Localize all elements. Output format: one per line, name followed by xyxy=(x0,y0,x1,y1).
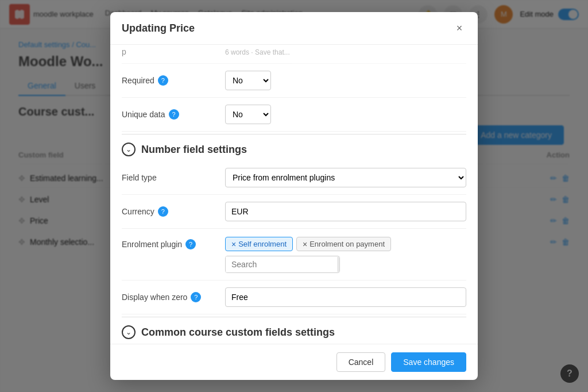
tag-remove-enrolment-on-payment[interactable]: × xyxy=(303,240,307,248)
close-icon[interactable]: × xyxy=(452,21,466,35)
cancel-button[interactable]: Cancel xyxy=(336,352,386,372)
unique-data-select[interactable]: No Yes xyxy=(225,105,271,124)
common-fields-section-header: ⌄ Common course custom fields settings xyxy=(122,317,466,344)
collapse-icon-common[interactable]: ⌄ xyxy=(122,325,136,339)
currency-input[interactable] xyxy=(225,202,466,221)
modal-body: p 6 words · Save that... Required ? No Y… xyxy=(110,45,478,344)
tags-container: × Self enrolment × Enrolment on payment xyxy=(225,237,466,251)
enrolment-plugin-row: Enrolment plugin ? × Self enrolment × En… xyxy=(122,229,466,280)
partial-label: p xyxy=(122,47,225,56)
unique-data-help-icon[interactable]: ? xyxy=(169,109,179,120)
number-field-section-header: ⌄ Number field settings xyxy=(122,134,466,161)
modal-overlay: Updating Price × p 6 words · Save that..… xyxy=(0,0,588,392)
field-type-control: Price from enrolment plugins Number xyxy=(225,168,466,187)
modal-dialog: Updating Price × p 6 words · Save that..… xyxy=(110,12,478,380)
tag-remove-self-enrolment[interactable]: × xyxy=(231,240,236,248)
display-when-zero-control xyxy=(225,287,466,307)
partial-row: p 6 words · Save that... xyxy=(122,45,466,64)
display-when-zero-label: Display when zero ? xyxy=(122,292,225,302)
display-when-zero-help-icon[interactable]: ? xyxy=(191,292,201,302)
display-when-zero-input[interactable] xyxy=(225,287,466,307)
enrolment-plugin-control: × Self enrolment × Enrolment on payment … xyxy=(225,237,466,273)
modal-footer: Cancel Save changes xyxy=(110,344,478,380)
unique-data-label: Unique data ? xyxy=(122,109,225,120)
modal-header: Updating Price × xyxy=(110,12,478,45)
currency-label: Currency ? xyxy=(122,206,225,217)
enrolment-plugin-label: Enrolment plugin ? xyxy=(122,237,225,249)
required-select[interactable]: No Yes xyxy=(225,71,271,90)
enrolment-plugin-help-icon[interactable]: ? xyxy=(185,239,196,249)
currency-help-icon[interactable]: ? xyxy=(158,206,168,217)
currency-control xyxy=(225,202,466,221)
tag-text-enrolment-on-payment: Enrolment on payment xyxy=(310,240,385,248)
required-control: No Yes xyxy=(225,71,466,90)
field-type-label: Field type xyxy=(122,173,225,182)
modal-title: Updating Price xyxy=(122,22,195,34)
required-help-icon[interactable]: ? xyxy=(158,75,168,86)
unique-data-row: Unique data ? No Yes xyxy=(122,98,466,132)
tag-enrolment-on-payment: × Enrolment on payment xyxy=(296,237,391,251)
tag-text-self-enrolment: Self enrolment xyxy=(238,240,287,248)
unique-data-control: No Yes xyxy=(225,105,466,124)
enrolment-search-input[interactable] xyxy=(226,256,338,272)
field-type-row: Field type Price from enrolment plugins … xyxy=(122,161,466,195)
collapse-icon-number[interactable]: ⌄ xyxy=(122,143,136,156)
partial-value: 6 words · Save that... xyxy=(225,47,466,56)
required-row: Required ? No Yes xyxy=(122,64,466,98)
save-changes-button[interactable]: Save changes xyxy=(391,352,466,372)
tag-self-enrolment: × Self enrolment xyxy=(225,237,293,251)
common-fields-section-title: Common course custom fields settings xyxy=(141,326,335,339)
currency-row: Currency ? xyxy=(122,195,466,229)
field-type-select[interactable]: Price from enrolment plugins Number xyxy=(225,168,466,187)
number-field-section-title: Number field settings xyxy=(141,144,247,156)
required-label: Required ? xyxy=(122,75,225,86)
dropdown-arrow-icon[interactable]: ▼ xyxy=(338,257,340,272)
enrolment-search-dropdown: ▼ xyxy=(225,256,340,273)
display-when-zero-row: Display when zero ? xyxy=(122,280,466,314)
